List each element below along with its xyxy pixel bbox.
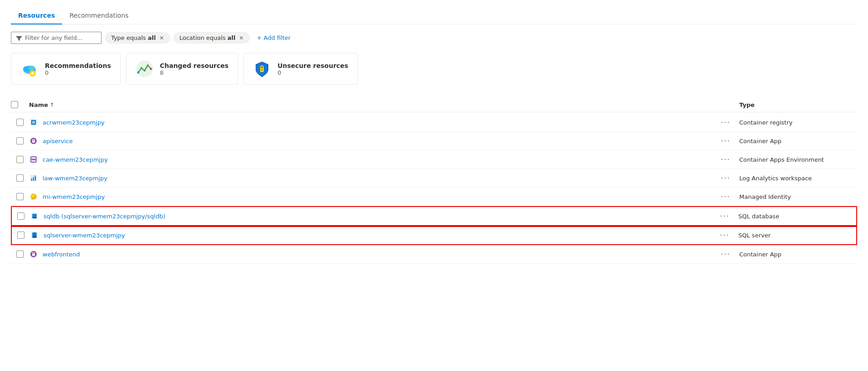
row-checkbox[interactable] [16,156,24,163]
row-checkbox[interactable] [16,119,24,126]
add-filter-label: + Add filter [257,34,291,41]
row-checkbox[interactable] [17,231,24,239]
row-type-col: Container Apps Environment [739,156,857,163]
header-checkbox-col [11,101,29,108]
row-type-col: SQL server [738,232,856,239]
svg-point-16 [147,64,149,66]
recommendations-card-title: Recommendations [45,62,111,69]
svg-point-40 [32,217,37,218]
resources-table: Name ↑ Type acrwmem23cepmjpy ··· Conta [11,97,857,264]
row-name-col: webfrontend [29,250,712,259]
filter-input[interactable]: Filter for any field... [11,32,102,44]
row-more-button[interactable]: ··· [721,174,730,183]
resource-link[interactable]: sqldb (sqlserver-wmem23cepmjpy/sqldb) [44,213,165,220]
resource-link[interactable]: sqlserver-wmem23cepmjpy [44,232,125,239]
row-more-button[interactable]: ··· [721,137,730,145]
row-more-button[interactable]: ··· [721,118,730,127]
filter-chip-type[interactable]: Type equals all ✕ [105,32,170,43]
row-checkbox[interactable] [16,251,24,258]
svg-rect-34 [35,176,36,181]
recommendations-card-icon [20,60,39,78]
row-more-button[interactable]: ··· [721,250,730,259]
container-registry-icon [29,118,38,127]
resource-link[interactable]: acrwmem23cepmjpy [43,119,105,126]
row-actions-col: ··· [712,118,739,127]
filter-chip-type-label: Type equals all [111,34,156,41]
filter-chip-type-close[interactable]: ✕ [160,35,164,41]
svg-point-10 [34,74,35,75]
log-analytics-icon [29,173,38,183]
row-checkbox[interactable] [16,174,24,182]
filter-placeholder: Filter for any field... [25,34,82,41]
row-checkbox[interactable] [16,137,24,145]
resource-link[interactable]: webfrontend [43,251,80,258]
changed-resources-card[interactable]: Changed resources 8 [126,53,238,85]
row-checkbox[interactable] [16,193,24,200]
row-name-col: sqldb (sqlserver-wmem23cepmjpy/sqldb) [30,212,711,221]
unsecure-resources-card-count: 0 [277,69,348,76]
row-more-button[interactable]: ··· [720,212,729,221]
svg-point-9 [30,74,32,75]
svg-point-22 [33,122,34,123]
column-type-label: Type [739,101,755,108]
table-row: acrwmem23cepmjpy ··· Container registry [11,113,857,132]
filter-chip-location-close[interactable]: ✕ [239,35,244,41]
svg-text:🔑: 🔑 [31,194,37,200]
row-actions-col: ··· [712,174,739,183]
row-more-button[interactable]: ··· [720,231,729,240]
svg-point-12 [137,72,139,74]
row-name-col: cae-wmem23cepmjpy [29,155,712,164]
row-more-button[interactable]: ··· [721,193,730,201]
tab-recommendations[interactable]: Recommendations [62,7,136,24]
row-name-col: 🔑 mi-wmem23cepmjpy [29,192,712,201]
resource-link[interactable]: law-wmem23cepmjpy [43,175,107,182]
svg-point-6 [32,75,34,76]
row-type-col: Container App [739,138,857,145]
changed-resources-card-icon [136,60,154,78]
svg-point-7 [30,72,32,73]
recommendations-card[interactable]: Recommendations 0 [11,53,121,85]
sort-arrow-icon: ↑ [50,102,54,108]
svg-point-29 [33,159,34,160]
row-checkbox-col [11,174,29,182]
filter-bar: Filter for any field... Type equals all … [11,32,857,44]
table-row: 🔑 mi-wmem23cepmjpy ··· Managed Identity [11,188,857,206]
row-name-col: acrwmem23cepmjpy [29,118,712,127]
svg-point-5 [32,71,34,72]
row-name-col: apiservice [29,136,712,145]
row-checkbox-col [12,231,30,239]
row-checkbox[interactable] [17,212,24,220]
row-actions-col: ··· [712,137,739,145]
column-name-header[interactable]: Name ↑ [29,101,712,108]
table-row-highlighted: sqlserver-wmem23cepmjpy ··· SQL server [11,226,857,245]
filter-chip-location-label: Location equals all [179,34,236,41]
unsecure-resources-card-title: Unsecure resources [277,62,348,69]
tab-resources[interactable]: Resources [11,7,62,24]
container-apps-env-icon [29,155,38,164]
container-app-icon [29,136,38,145]
managed-identity-icon: 🔑 [29,192,38,201]
svg-point-2 [29,66,35,70]
svg-point-49 [33,253,34,254]
resource-link[interactable]: mi-wmem23cepmjpy [43,193,105,200]
select-all-checkbox[interactable] [11,101,18,108]
container-app-icon-2 [29,250,38,259]
table-row: law-wmem23cepmjpy ··· Log Analytics work… [11,169,857,188]
column-type-header[interactable]: Type [739,101,857,108]
resource-link[interactable]: cae-wmem23cepmjpy [43,156,108,163]
row-more-button[interactable]: ··· [721,155,730,164]
svg-point-14 [144,70,145,72]
sql-server-icon [30,231,39,240]
row-type-col: Container registry [739,119,857,126]
resource-link[interactable]: apiservice [43,138,73,145]
svg-point-15 [141,67,142,69]
filter-chip-location[interactable]: Location equals all ✕ [174,32,250,43]
column-name-label: Name [29,101,48,108]
sql-db-icon [30,212,39,221]
svg-point-25 [33,140,34,140]
add-filter-button[interactable]: + Add filter [253,33,295,43]
row-type-col: Log Analytics workspace [739,175,857,182]
changed-resources-card-text: Changed resources 8 [160,62,228,76]
unsecure-resources-card-text: Unsecure resources 0 [277,62,348,76]
unsecure-resources-card[interactable]: Unsecure resources 0 [243,53,358,85]
